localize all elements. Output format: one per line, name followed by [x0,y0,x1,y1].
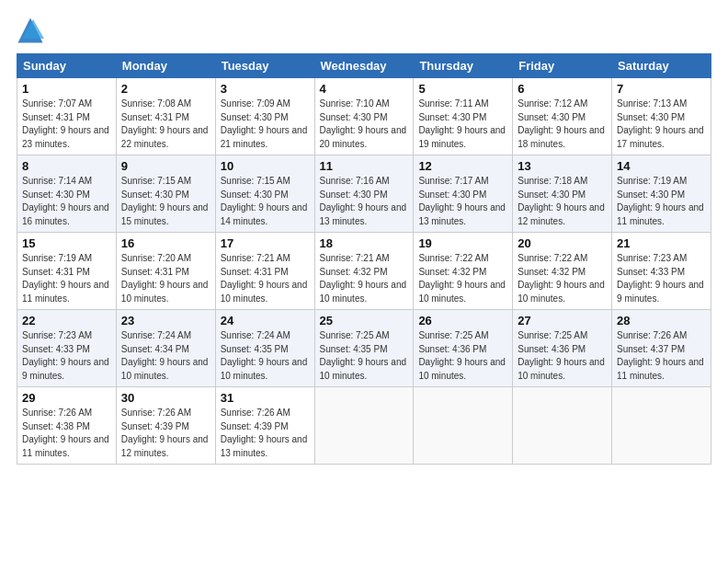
day-number: 15 [22,236,111,250]
header [17,17,711,44]
day-number: 3 [221,82,310,96]
day-info: Sunrise: 7:13 AM Sunset: 4:30 PM Dayligh… [617,98,706,151]
day-info: Sunrise: 7:08 AM Sunset: 4:31 PM Dayligh… [121,98,210,151]
day-info: Sunrise: 7:23 AM Sunset: 4:33 PM Dayligh… [22,329,111,383]
day-info: Sunrise: 7:25 AM Sunset: 4:36 PM Dayligh… [418,329,507,383]
day-number: 10 [221,159,310,173]
day-info: Sunrise: 7:26 AM Sunset: 4:37 PM Dayligh… [617,329,706,383]
day-info: Sunrise: 7:23 AM Sunset: 4:33 PM Dayligh… [617,252,706,305]
day-number: 30 [121,391,210,405]
day-info: Sunrise: 7:24 AM Sunset: 4:34 PM Dayligh… [121,329,210,383]
day-info: Sunrise: 7:11 AM Sunset: 4:30 PM Dayligh… [418,98,507,151]
day-info: Sunrise: 7:22 AM Sunset: 4:32 PM Dayligh… [418,252,507,305]
calendar-cell: 27 Sunrise: 7:25 AM Sunset: 4:36 PM Dayl… [513,310,612,387]
day-number: 7 [617,82,706,96]
day-info: Sunrise: 7:10 AM Sunset: 4:30 PM Dayligh… [320,98,409,151]
day-info: Sunrise: 7:25 AM Sunset: 4:35 PM Dayligh… [320,329,409,383]
calendar-cell: 14 Sunrise: 7:19 AM Sunset: 4:30 PM Dayl… [612,155,711,233]
day-info: Sunrise: 7:21 AM Sunset: 4:31 PM Dayligh… [221,252,310,305]
calendar-cell: 28 Sunrise: 7:26 AM Sunset: 4:37 PM Dayl… [612,310,711,387]
day-number: 13 [518,159,607,173]
day-number: 9 [121,159,210,173]
calendar-cell: 25 Sunrise: 7:25 AM Sunset: 4:35 PM Dayl… [314,310,414,387]
day-info: Sunrise: 7:07 AM Sunset: 4:31 PM Dayligh… [22,98,111,151]
day-info: Sunrise: 7:18 AM Sunset: 4:30 PM Dayligh… [518,175,607,228]
calendar-cell: 1 Sunrise: 7:07 AM Sunset: 4:31 PM Dayli… [17,78,117,155]
day-number: 2 [121,82,210,96]
calendar-cell: 9 Sunrise: 7:15 AM Sunset: 4:30 PM Dayli… [116,155,215,233]
calendar-cell: 20 Sunrise: 7:22 AM Sunset: 4:32 PM Dayl… [513,233,612,310]
day-info: Sunrise: 7:17 AM Sunset: 4:30 PM Dayligh… [418,175,507,228]
calendar-cell: 6 Sunrise: 7:12 AM Sunset: 4:30 PM Dayli… [513,78,612,155]
logo [17,17,48,44]
calendar-cell: 23 Sunrise: 7:24 AM Sunset: 4:34 PM Dayl… [116,310,215,387]
day-number: 23 [121,314,210,327]
day-info: Sunrise: 7:16 AM Sunset: 4:30 PM Dayligh… [320,175,409,228]
calendar-cell: 15 Sunrise: 7:19 AM Sunset: 4:31 PM Dayl… [17,233,117,310]
calendar-cell [314,387,414,465]
day-info: Sunrise: 7:25 AM Sunset: 4:36 PM Dayligh… [518,329,607,383]
day-number: 31 [221,391,310,405]
calendar-cell: 19 Sunrise: 7:22 AM Sunset: 4:32 PM Dayl… [414,233,513,310]
calendar-cell: 30 Sunrise: 7:26 AM Sunset: 4:39 PM Dayl… [116,387,215,465]
calendar-cell [513,387,612,465]
calendar-header-tuesday: Tuesday [215,54,314,78]
day-info: Sunrise: 7:21 AM Sunset: 4:32 PM Dayligh… [320,252,409,305]
day-number: 27 [518,314,607,327]
day-number: 20 [518,236,607,250]
day-number: 21 [617,236,706,250]
day-info: Sunrise: 7:19 AM Sunset: 4:31 PM Dayligh… [22,252,111,305]
day-number: 28 [617,314,706,327]
calendar-cell: 22 Sunrise: 7:23 AM Sunset: 4:33 PM Dayl… [17,310,117,387]
day-number: 22 [22,314,111,327]
calendar-cell: 13 Sunrise: 7:18 AM Sunset: 4:30 PM Dayl… [513,155,612,233]
calendar-cell: 11 Sunrise: 7:16 AM Sunset: 4:30 PM Dayl… [314,155,414,233]
day-number: 19 [418,236,507,250]
calendar-cell: 21 Sunrise: 7:23 AM Sunset: 4:33 PM Dayl… [612,233,711,310]
calendar-header-row: SundayMondayTuesdayWednesdayThursdayFrid… [17,54,711,78]
day-info: Sunrise: 7:15 AM Sunset: 4:30 PM Dayligh… [221,175,310,228]
calendar-header-monday: Monday [116,54,215,78]
calendar-cell: 12 Sunrise: 7:17 AM Sunset: 4:30 PM Dayl… [414,155,513,233]
day-info: Sunrise: 7:26 AM Sunset: 4:39 PM Dayligh… [121,407,210,460]
calendar-cell: 8 Sunrise: 7:14 AM Sunset: 4:30 PM Dayli… [17,155,117,233]
calendar-cell: 18 Sunrise: 7:21 AM Sunset: 4:32 PM Dayl… [314,233,414,310]
calendar-header-thursday: Thursday [414,54,513,78]
day-number: 24 [221,314,310,327]
day-info: Sunrise: 7:14 AM Sunset: 4:30 PM Dayligh… [22,175,111,228]
day-info: Sunrise: 7:09 AM Sunset: 4:30 PM Dayligh… [221,98,310,151]
calendar-cell: 26 Sunrise: 7:25 AM Sunset: 4:36 PM Dayl… [414,310,513,387]
day-info: Sunrise: 7:12 AM Sunset: 4:30 PM Dayligh… [518,98,607,151]
calendar-table: SundayMondayTuesdayWednesdayThursdayFrid… [17,53,711,465]
calendar-header-wednesday: Wednesday [314,54,414,78]
day-number: 29 [22,391,111,405]
day-info: Sunrise: 7:15 AM Sunset: 4:30 PM Dayligh… [121,175,210,228]
day-number: 14 [617,159,706,173]
calendar-cell: 2 Sunrise: 7:08 AM Sunset: 4:31 PM Dayli… [116,78,215,155]
calendar-cell: 24 Sunrise: 7:24 AM Sunset: 4:35 PM Dayl… [215,310,314,387]
calendar-cell [612,387,711,465]
logo-icon [17,17,44,44]
calendar-cell: 7 Sunrise: 7:13 AM Sunset: 4:30 PM Dayli… [612,78,711,155]
calendar-cell: 31 Sunrise: 7:26 AM Sunset: 4:39 PM Dayl… [215,387,314,465]
day-number: 26 [418,314,507,327]
day-number: 17 [221,236,310,250]
calendar-cell: 29 Sunrise: 7:26 AM Sunset: 4:38 PM Dayl… [17,387,117,465]
day-number: 5 [418,82,507,96]
day-info: Sunrise: 7:26 AM Sunset: 4:38 PM Dayligh… [22,407,111,460]
day-number: 11 [320,159,409,173]
day-info: Sunrise: 7:20 AM Sunset: 4:31 PM Dayligh… [121,252,210,305]
calendar-header-sunday: Sunday [17,54,117,78]
day-number: 6 [518,82,607,96]
calendar-cell: 5 Sunrise: 7:11 AM Sunset: 4:30 PM Dayli… [414,78,513,155]
day-info: Sunrise: 7:22 AM Sunset: 4:32 PM Dayligh… [518,252,607,305]
calendar-cell: 3 Sunrise: 7:09 AM Sunset: 4:30 PM Dayli… [215,78,314,155]
calendar-cell [414,387,513,465]
day-number: 1 [22,82,111,96]
page: SundayMondayTuesdayWednesdayThursdayFrid… [0,0,728,563]
calendar-cell: 16 Sunrise: 7:20 AM Sunset: 4:31 PM Dayl… [116,233,215,310]
day-number: 25 [320,314,409,327]
day-info: Sunrise: 7:19 AM Sunset: 4:30 PM Dayligh… [617,175,706,228]
day-number: 18 [320,236,409,250]
day-info: Sunrise: 7:26 AM Sunset: 4:39 PM Dayligh… [221,407,310,460]
